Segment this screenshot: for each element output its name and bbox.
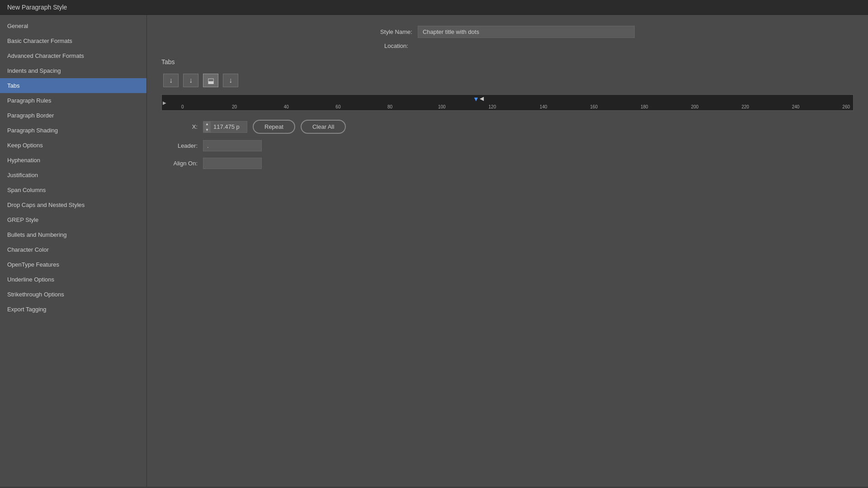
decimal-tab-btn[interactable]: ↓ (223, 74, 238, 87)
align-on-input[interactable] (203, 158, 262, 169)
align-on-control-row: Align On: (161, 158, 854, 169)
sidebar-item-paragraph-border[interactable]: Paragraph Border (0, 108, 146, 123)
x-label: X: (161, 123, 198, 130)
leader-control-row: Leader: (161, 140, 854, 151)
dialog-body: GeneralBasic Character FormatsAdvanced C… (0, 15, 868, 487)
repeat-button[interactable]: Repeat (253, 120, 295, 134)
section-title: Tabs (161, 58, 854, 66)
x-spinner: ▲ ▼ (203, 121, 211, 133)
tab-stop-left-arrow: ◀ (480, 96, 484, 101)
clear-all-button[interactable]: Clear All (301, 120, 346, 134)
leader-input[interactable] (203, 140, 262, 151)
x-control-row: X: ▲ ▼ Repeat Clear All (161, 120, 854, 134)
location-label: Location: (384, 42, 408, 49)
ruler-num-180: 180 (641, 104, 648, 109)
sidebar-item-opentype[interactable]: OpenType Features (0, 257, 146, 272)
ruler-num-240: 240 (792, 104, 800, 109)
left-tab-btn[interactable]: ↓ (163, 74, 179, 87)
sidebar-item-underline[interactable]: Underline Options (0, 272, 146, 287)
ruler-num-200: 200 (691, 104, 699, 109)
sidebar-item-grep-style[interactable]: GREP Style (0, 212, 146, 227)
sidebar-item-drop-caps[interactable]: Drop Caps and Nested Styles (0, 197, 146, 212)
sidebar-item-advanced-char[interactable]: Advanced Character Formats (0, 48, 146, 63)
ruler-left-arrow: ▶ (163, 100, 166, 105)
main-content: Style Name: Location: Tabs ↓ ↓ ⬓ ↓ (147, 15, 868, 487)
sidebar-item-paragraph-rules[interactable]: Paragraph Rules (0, 93, 146, 108)
ruler-num-20: 20 (232, 104, 237, 109)
controls-area: X: ▲ ▼ Repeat Clear All Leader: Align On… (161, 120, 854, 169)
ruler-num-40: 40 (284, 104, 289, 109)
leader-label: Leader: (161, 142, 198, 149)
right-tab-btn[interactable]: ⬓ (203, 74, 218, 87)
location-row: Location: (161, 42, 854, 49)
ruler-num-100: 100 (438, 104, 446, 109)
sidebar-item-paragraph-shading[interactable]: Paragraph Shading (0, 123, 146, 138)
ruler-num-260: 260 (842, 104, 850, 109)
sidebar-item-strikethrough[interactable]: Strikethrough Options (0, 287, 146, 302)
sidebar: GeneralBasic Character FormatsAdvanced C… (0, 15, 147, 487)
style-name-input[interactable] (418, 26, 635, 38)
sidebar-item-export-tagging[interactable]: Export Tagging (0, 302, 146, 317)
x-increment-btn[interactable]: ▲ (203, 121, 211, 127)
ruler-num-80: 80 (387, 104, 392, 109)
sidebar-item-indents-spacing[interactable]: Indents and Spacing (0, 63, 146, 78)
style-name-label: Style Name: (380, 28, 412, 35)
sidebar-item-bullets-numbering[interactable]: Bullets and Numbering (0, 227, 146, 242)
x-input[interactable] (211, 122, 247, 131)
ruler-num-140: 140 (540, 104, 547, 109)
ruler-num-160: 160 (590, 104, 598, 109)
ruler[interactable]: ▶ 0 20 40 60 80 100 120 140 160 180 200 … (161, 94, 854, 111)
sidebar-item-basic-char[interactable]: Basic Character Formats (0, 33, 146, 48)
sidebar-item-justification[interactable]: Justification (0, 168, 146, 183)
ruler-num-120: 120 (489, 104, 496, 109)
tab-icons-row: ↓ ↓ ⬓ ↓ (163, 74, 854, 87)
sidebar-item-general[interactable]: General (0, 19, 146, 33)
sidebar-item-keep-options[interactable]: Keep Options (0, 138, 146, 153)
style-name-row: Style Name: (161, 26, 854, 38)
x-input-wrapper: ▲ ▼ (203, 121, 247, 133)
title-bar-label: New Paragraph Style (7, 4, 67, 11)
ruler-num-60: 60 (335, 104, 340, 109)
sidebar-item-span-columns[interactable]: Span Columns (0, 183, 146, 197)
ruler-num-220: 220 (741, 104, 749, 109)
sidebar-item-tabs[interactable]: Tabs (0, 78, 146, 93)
tab-stop-down-arrow: ▼ (473, 96, 479, 102)
sidebar-item-character-color[interactable]: Character Color (0, 242, 146, 257)
title-bar: New Paragraph Style (0, 0, 868, 15)
ruler-scale: ▶ 0 20 40 60 80 100 120 140 160 180 200 … (162, 95, 853, 110)
x-decrement-btn[interactable]: ▼ (203, 127, 211, 133)
ruler-num-0: 0 (181, 104, 184, 109)
align-on-label: Align On: (161, 160, 198, 167)
sidebar-item-hyphenation[interactable]: Hyphenation (0, 153, 146, 168)
center-tab-btn[interactable]: ↓ (183, 74, 198, 87)
